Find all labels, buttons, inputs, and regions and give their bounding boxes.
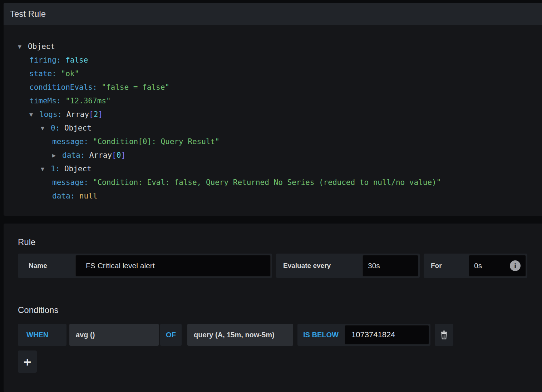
rule-section-heading: Rule bbox=[18, 237, 542, 247]
json-segment-key: state: bbox=[29, 69, 56, 78]
info-icon[interactable]: i bbox=[510, 260, 521, 271]
json-tree-line: ▼1: Object bbox=[4, 162, 542, 176]
json-segment-key: message: bbox=[52, 137, 88, 146]
evaluate-every-field-group: Evaluate every bbox=[276, 254, 420, 278]
json-segment-key: conditionEvals: bbox=[29, 83, 97, 92]
json-tree-line: message: "Condition[0]: Query Result" bbox=[4, 135, 542, 148]
condition-when-label: WHEN bbox=[18, 324, 66, 346]
json-tree-line: conditionEvals: "false = false" bbox=[4, 80, 542, 94]
rule-name-label: Name bbox=[18, 254, 75, 278]
add-condition-button[interactable]: + bbox=[18, 351, 37, 373]
panel-title: Test Rule bbox=[10, 9, 46, 19]
collapse-triangle-icon[interactable]: ▼ bbox=[29, 108, 39, 122]
add-condition-row: + bbox=[18, 351, 542, 373]
test-rule-panel: Test Rule ▼Objectfiring: falsestate: "ok… bbox=[4, 3, 542, 216]
json-segment-key: firing: bbox=[29, 56, 61, 64]
json-segment-str: "false = false" bbox=[97, 83, 169, 92]
json-segment-plain: Object bbox=[60, 165, 92, 173]
collapse-triangle-icon[interactable]: ▼ bbox=[41, 162, 51, 176]
plus-icon: + bbox=[23, 356, 32, 368]
condition-row: WHEN avg () OF query (A, 15m, now-5m) IS… bbox=[18, 324, 542, 346]
evaluate-every-label: Evaluate every bbox=[276, 254, 363, 278]
conditions-section-heading: Conditions bbox=[18, 305, 542, 315]
json-segment-bracket: [ bbox=[112, 151, 117, 160]
json-tree: ▼Objectfiring: falsestate: "ok"condition… bbox=[4, 25, 542, 203]
json-tree-line: timeMs: "12.367ms" bbox=[4, 94, 542, 108]
json-segment-cyan: 0 bbox=[117, 151, 121, 160]
condition-threshold-input[interactable] bbox=[345, 325, 429, 344]
condition-aggregator-segment[interactable]: avg () bbox=[69, 324, 159, 346]
json-segment-key: data: bbox=[62, 151, 85, 160]
json-tree-line: ▼0: Object bbox=[4, 121, 542, 135]
condition-operator-dropdown[interactable]: IS BELOW bbox=[297, 324, 345, 346]
collapse-triangle-icon[interactable]: ▼ bbox=[41, 122, 51, 135]
json-segment-plain: Array bbox=[85, 151, 112, 160]
json-tree-line: firing: false bbox=[4, 53, 542, 67]
trash-icon bbox=[440, 330, 448, 339]
json-segment-str: "Condition[0]: Query Result" bbox=[88, 137, 220, 146]
json-tree-line: data: null bbox=[4, 189, 542, 203]
json-segment-null: null bbox=[75, 192, 97, 200]
condition-query-segment[interactable]: query (A, 15m, now-5m) bbox=[187, 324, 293, 346]
json-segment-str: "12.367ms" bbox=[61, 97, 111, 105]
condition-of-label: OF bbox=[160, 324, 182, 346]
for-field-group: For i bbox=[424, 254, 527, 278]
for-input-wrap: i bbox=[469, 255, 526, 276]
rule-editor-panel: Rule Name Evaluate every For i Condition… bbox=[4, 224, 542, 392]
condition-evaluator-group: IS BELOW bbox=[297, 324, 430, 346]
json-tree-line: ▼Object bbox=[4, 40, 542, 53]
json-tree-line: state: "ok" bbox=[4, 67, 542, 80]
json-segment-bracket: ] bbox=[98, 110, 103, 119]
json-segment-key: 1: bbox=[51, 165, 60, 173]
json-segment-plain: Object bbox=[60, 124, 92, 132]
expand-triangle-icon[interactable]: ▶ bbox=[52, 149, 62, 162]
for-label: For bbox=[424, 254, 469, 278]
json-segment-cyan: 2 bbox=[94, 110, 98, 119]
json-segment-str: "Condition: Eval: false, Query Returned … bbox=[88, 178, 441, 187]
rule-name-field-group: Name bbox=[18, 254, 272, 278]
json-tree-line: ▼logs: Array[2] bbox=[4, 108, 542, 121]
json-segment-key: message: bbox=[52, 178, 88, 187]
json-segment-key: logs: bbox=[39, 110, 62, 119]
rule-field-row: Name Evaluate every For i bbox=[18, 254, 542, 278]
json-segment-plain: Array bbox=[62, 110, 89, 119]
json-segment-bracket: [ bbox=[89, 110, 94, 119]
json-tree-line: ▶data: Array[0] bbox=[4, 148, 542, 162]
json-segment-key: data: bbox=[52, 192, 75, 200]
delete-condition-button[interactable] bbox=[435, 324, 453, 346]
rule-name-input[interactable] bbox=[75, 255, 271, 276]
json-segment-bracket: ] bbox=[121, 151, 125, 160]
json-segment-key: 0: bbox=[51, 124, 60, 132]
evaluate-every-input[interactable] bbox=[363, 255, 418, 276]
json-segment-cyan: false bbox=[61, 56, 88, 64]
collapse-triangle-icon[interactable]: ▼ bbox=[18, 40, 28, 54]
json-segment-key: timeMs: bbox=[29, 97, 61, 105]
test-rule-panel-header: Test Rule bbox=[4, 3, 542, 25]
json-segment-plain: Object bbox=[28, 42, 55, 51]
for-input[interactable] bbox=[469, 261, 505, 270]
json-segment-str: "ok" bbox=[56, 69, 79, 78]
json-tree-line: message: "Condition: Eval: false, Query … bbox=[4, 176, 542, 189]
